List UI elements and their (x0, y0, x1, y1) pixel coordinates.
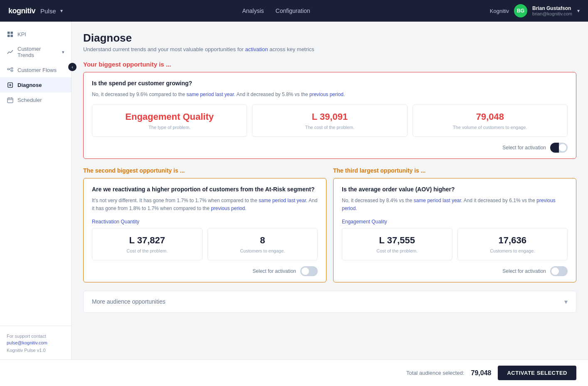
biggest-opp-type-value: Engagement Quality (97, 111, 242, 122)
biggest-opp-toggle-knob (559, 144, 566, 151)
second-opp-metrics: L 37,827 Cost of the problem. 8 Customer… (92, 228, 318, 260)
third-opp-heading: The third largest opportunity is ... (333, 167, 576, 174)
second-opp-type-label: Reactivation Quantity (92, 219, 318, 225)
second-opp-question: Are we reactivating a higher proportion … (92, 186, 318, 193)
biggest-opp-cost-label: The cost of the problem. (257, 125, 402, 130)
activation-link[interactable]: activation (245, 46, 268, 52)
avatar: BG (514, 4, 527, 17)
third-opp-cost-box: L 37,555 Cost of the problem. (342, 228, 452, 260)
second-opp-heading: The second biggest opportunity is ... (83, 167, 326, 174)
third-opp-card: Is the average order value (AOV) higher?… (333, 178, 576, 282)
svg-rect-12 (7, 98, 12, 102)
trend-icon (7, 49, 13, 55)
svg-rect-5 (11, 67, 13, 69)
svg-rect-6 (11, 70, 13, 71)
second-opp-activation-label: Select for activation (252, 268, 296, 274)
third-opp-toggle-knob (551, 267, 559, 275)
third-opp-question: Is the average order value (AOV) higher? (342, 186, 568, 193)
sidebar-item-customer-flows-label: Customer Flows (17, 67, 57, 73)
biggest-opp-heading: Your biggest opportunity is ... (83, 61, 576, 68)
page-header: Diagnose Understand current trends and y… (83, 32, 576, 52)
third-opp-description: No, it decreased by 8.4% vs the same per… (342, 197, 568, 213)
third-opp-volume-box: 17,636 Customers to engage. (457, 228, 568, 260)
diagnose-icon (7, 82, 13, 88)
third-opp-toggle[interactable] (550, 266, 568, 276)
product-chevron-icon[interactable]: ▾ (60, 8, 63, 14)
user-name: Brian Gustafson (532, 5, 572, 11)
biggest-opp-question: Is the spend per customer growing? (92, 80, 568, 87)
nav-analysis[interactable]: Analysis (242, 7, 264, 14)
activate-selected-button[interactable]: ACTIVATE SELECTED (498, 366, 576, 380)
second-opp-toggle[interactable] (300, 266, 318, 276)
biggest-opp-activation-row: Select for activation (92, 143, 568, 153)
svg-rect-4 (7, 68, 9, 69)
support-email[interactable]: pulse@kognitiv.com (7, 340, 64, 345)
more-audience-label: More audience opportunities (92, 298, 166, 305)
flows-icon (7, 67, 13, 73)
sidebar-item-customer-trends[interactable]: Customer Trends ▾ (0, 42, 71, 62)
third-opp-activation-label: Select for activation (502, 268, 546, 274)
svg-rect-1 (10, 31, 13, 34)
third-opp-cost-label: Cost of the problem. (347, 248, 447, 253)
sidebar-item-scheduler-label: Scheduler (17, 97, 42, 103)
sidebar-footer: For support contact pulse@kognitiv.com K… (0, 326, 71, 359)
third-opp-volume-value: 17,636 (463, 235, 563, 246)
support-label: For support contact (7, 333, 64, 340)
sidebar-item-kpi-label: KPI (17, 31, 26, 37)
biggest-opp-metrics: Engagement Quality The type of problem. … (92, 104, 568, 137)
third-opp-col: The third largest opportunity is ... Is … (333, 167, 576, 282)
sidebar-item-diagnose-label: Diagnose (17, 82, 42, 88)
biggest-opp-volume-label: The volume of customers to engage. (418, 125, 562, 130)
biggest-opp-cost-value: L 39,091 (257, 111, 402, 122)
sidebar: ‹ KPI Customer Trends (0, 22, 72, 359)
second-opp-cost-value: L 37,827 (97, 235, 197, 246)
sidebar-item-kpi[interactable]: KPI (0, 27, 71, 42)
second-opp-cost-box: L 37,827 Cost of the problem. (92, 228, 203, 260)
calendar-icon (7, 96, 13, 103)
kpi-icon (7, 31, 13, 37)
third-opp-activation-row: Select for activation (342, 266, 568, 276)
sidebar-item-diagnose[interactable]: Diagnose (0, 77, 71, 92)
more-audience-chevron-icon: ▾ (564, 298, 568, 306)
second-opp-cost-label: Cost of the problem. (97, 248, 197, 253)
sidebar-item-scheduler[interactable]: Scheduler (0, 92, 71, 107)
page-title: Diagnose (83, 32, 576, 45)
second-opp-activation-row: Select for activation (92, 266, 318, 276)
sidebar-collapse-button[interactable]: ‹ (68, 63, 77, 71)
user-email: brian@kognitiv.com (532, 11, 572, 16)
biggest-opp-type-label: The type of problem. (97, 125, 242, 130)
version-text: Kognitiv Pulse v1.0 (7, 348, 64, 353)
second-opp-col: The second biggest opportunity is ... Ar… (83, 167, 326, 282)
biggest-opp-volume-box: 79,048 The volume of customers to engage… (413, 104, 568, 137)
sidebar-item-customer-flows[interactable]: Customer Flows (0, 62, 71, 77)
more-audience-button[interactable]: More audience opportunities ▾ (83, 291, 576, 313)
biggest-opp-card: Is the spend per customer growing? No, i… (83, 72, 576, 159)
third-opp-type-label: Engagement Quality (342, 219, 568, 225)
biggest-opp-cost-box: L 39,091 The cost of the problem. (252, 104, 407, 137)
secondary-opportunities: The second biggest opportunity is ... Ar… (83, 167, 576, 282)
svg-rect-3 (10, 35, 13, 37)
logo: kognitiv (8, 7, 35, 15)
sidebar-nav: KPI Customer Trends ▾ (0, 22, 71, 112)
org-name: Kognitiv (490, 8, 509, 14)
biggest-opp-description: No, it decreased by 9.6% compared to the… (92, 91, 568, 99)
footer-bar: Total audience selected: 79,048 ACTIVATE… (0, 359, 588, 386)
main-content: Diagnose Understand current trends and y… (72, 22, 588, 359)
user-info: Brian Gustafson brian@kognitiv.com (532, 5, 572, 16)
sidebar-item-customer-trends-label: Customer Trends (17, 46, 58, 58)
nav-configuration[interactable]: Configuration (276, 7, 310, 14)
customer-trends-chevron-icon: ▾ (62, 49, 64, 55)
user-menu-chevron-icon[interactable]: ▾ (577, 8, 580, 14)
page-subtitle: Understand current trends and your most … (83, 46, 576, 52)
product-name: Pulse (40, 7, 56, 15)
second-opp-card: Are we reactivating a higher proportion … (83, 178, 326, 282)
biggest-opp-volume-value: 79,048 (418, 111, 562, 122)
third-opp-cost-value: L 37,555 (347, 235, 447, 246)
second-opp-volume-label: Customers to engage. (213, 248, 313, 253)
svg-rect-2 (7, 35, 10, 37)
second-opp-toggle-knob (301, 267, 309, 275)
svg-rect-0 (7, 31, 10, 34)
biggest-opportunity-section: Your biggest opportunity is ... Is the s… (83, 61, 576, 159)
biggest-opp-toggle[interactable] (550, 143, 568, 153)
more-audience-section: More audience opportunities ▾ (83, 291, 576, 313)
